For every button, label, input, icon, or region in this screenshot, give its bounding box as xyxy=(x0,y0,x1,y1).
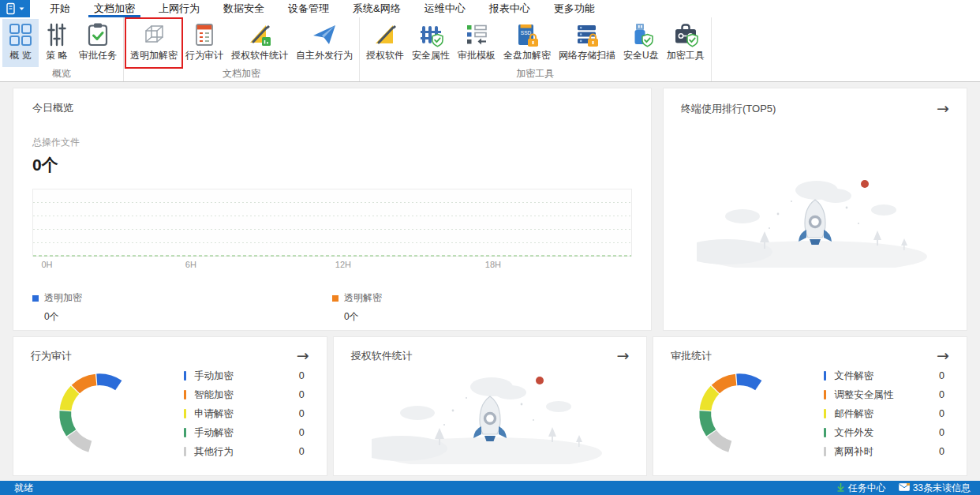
ribbon-button-authorized-software[interactable]: 授权软件 xyxy=(362,19,408,67)
ribbon-button-label: 授权软件 xyxy=(366,50,404,62)
arrow-right-icon[interactable]: → xyxy=(937,348,949,363)
legend-marker xyxy=(184,447,186,456)
legend-marker xyxy=(184,428,186,437)
ribbon-button-label: 审批模板 xyxy=(458,50,496,62)
legend-marker xyxy=(824,428,826,437)
legend-label: 智能加密 xyxy=(194,388,299,402)
ribbon-button-label: 行为审计 xyxy=(185,50,223,62)
app-menu-button[interactable] xyxy=(0,0,30,17)
legend-row: 手动解密0 xyxy=(184,426,305,440)
svg-text:SSD: SSD xyxy=(521,30,532,36)
approval-template-icon xyxy=(464,22,489,47)
ribbon-button-label: 安全U盘 xyxy=(623,50,659,62)
card-title: 审批统计 xyxy=(671,349,712,363)
x-tick-label: 0H xyxy=(41,260,52,269)
app-menu-icon xyxy=(6,2,17,15)
legend-value: 0个 xyxy=(44,310,332,324)
ribbon-button-label: 审批任务 xyxy=(79,50,117,62)
ribbon-button-label: 安全属性 xyxy=(412,50,450,62)
legend-label: 文件外发 xyxy=(834,426,939,440)
menu-tab-7[interactable]: 报表中心 xyxy=(477,0,542,17)
legend-value: 0 xyxy=(299,370,305,381)
arrow-right-icon[interactable]: → xyxy=(937,101,949,116)
ribbon-button-approval-template[interactable]: 审批模板 xyxy=(454,19,499,67)
arrow-right-icon[interactable]: → xyxy=(616,348,629,363)
task-center-button[interactable]: 任务中心 xyxy=(836,482,886,495)
chevron-down-icon xyxy=(19,6,24,11)
ribbon-groups: 概 览策 略审批任务概览透明加解密行为审计授权软件统计自主外发行为文档加密授权软… xyxy=(0,17,712,81)
ribbon-group-label: 文档加密 xyxy=(124,67,359,81)
dashboard-row-1: 今日概览 总操作文件 0个 0H6H12H18H xyxy=(13,88,967,331)
legend-label: 离网补时 xyxy=(834,445,939,459)
line-chart-plot xyxy=(32,189,632,257)
ribbon-button-label: 加密工具 xyxy=(667,50,705,62)
menu-tab-8[interactable]: 更多功能 xyxy=(542,0,607,17)
ribbon-group-0: 概 览策 略审批任务概览 xyxy=(0,17,124,81)
menu-tab-1[interactable]: 文档加密 xyxy=(82,0,147,17)
ribbon-button-authorized-software-stats[interactable]: 授权软件统计 xyxy=(227,19,292,67)
x-axis-ticks: 0H6H12H18H xyxy=(32,260,632,272)
legend-value: 0 xyxy=(939,408,944,419)
ribbon-button-label: 透明加解密 xyxy=(130,50,178,62)
legend-marker xyxy=(184,409,186,418)
legend-marker xyxy=(32,295,39,302)
legend-value: 0 xyxy=(939,427,944,438)
approval-stats-legend: 文件解密0调整安全属性0邮件解密0文件外发0离网补时0 xyxy=(824,369,944,459)
today-overview-card: 今日概览 总操作文件 0个 0H6H12H18H xyxy=(13,88,652,331)
unread-messages-button[interactable]: 33条未读信息 xyxy=(899,482,971,495)
legend-row: 手动加密0 xyxy=(184,369,305,383)
menu-tabs: 开始文档加密上网行为数据安全设备管理系统&网络运维中心报表中心更多功能 xyxy=(38,0,607,17)
metric-value: 0个 xyxy=(32,154,632,176)
ribbon-button-security-attribute[interactable]: 安全属性 xyxy=(408,19,454,67)
menu-tab-0[interactable]: 开始 xyxy=(38,0,82,17)
ribbon-button-secure-usb[interactable]: 安全U盘 xyxy=(619,19,663,67)
x-tick-label: 18H xyxy=(485,260,501,269)
ribbon-button-fulldisk-crypt[interactable]: SSD全盘加解密 xyxy=(499,19,555,67)
empty-state-illustration xyxy=(681,116,949,317)
ribbon-button-overview-grid[interactable]: 概 览 xyxy=(2,19,39,67)
menu-bar: 开始文档加密上网行为数据安全设备管理系统&网络运维中心报表中心更多功能 xyxy=(0,0,980,17)
ribbon-button-transparent-crypt-cube[interactable]: 透明加解密 xyxy=(126,19,181,67)
ribbon-button-outgoing-behavior[interactable]: 自主外发行为 xyxy=(292,19,357,67)
arrow-right-icon[interactable]: → xyxy=(297,348,309,363)
ribbon-button-label: 网络存储扫描 xyxy=(559,50,615,62)
crypt-tools-icon xyxy=(673,22,698,47)
dashboard: 今日概览 总操作文件 0个 0H6H12H18H xyxy=(0,82,980,481)
ribbon-button-policy-sliders[interactable]: 策 略 xyxy=(39,19,75,67)
x-tick-label: 12H xyxy=(335,260,351,269)
ribbon-button-label: 策 略 xyxy=(46,50,67,62)
ribbon-button-label: 自主外发行为 xyxy=(296,50,353,62)
ribbon-button-behavior-audit[interactable]: 行为审计 xyxy=(181,19,227,67)
ribbon-button-crypt-tools[interactable]: 加密工具 xyxy=(663,19,709,67)
ribbon-button-approval-task[interactable]: 审批任务 xyxy=(75,19,121,67)
today-legend: 透明加密0个透明解密0个 xyxy=(32,291,632,324)
legend-label: 调整安全属性 xyxy=(834,388,939,402)
legend-label: 手动解密 xyxy=(194,426,299,440)
network-storage-scan-icon xyxy=(574,22,600,47)
empty-state-illustration xyxy=(351,363,630,464)
legend-value: 0 xyxy=(939,370,944,381)
legend-marker xyxy=(332,295,339,302)
overview-grid-icon xyxy=(8,22,33,47)
legend-row: 文件解密0 xyxy=(824,369,944,383)
card-title: 行为审计 xyxy=(31,349,72,363)
ribbon-button-network-storage-scan[interactable]: 网络存储扫描 xyxy=(555,19,619,67)
secure-usb-icon xyxy=(628,22,653,47)
status-ready-label: 就绪 xyxy=(14,482,33,495)
legend-value: 0 xyxy=(299,446,305,457)
menu-tab-4[interactable]: 设备管理 xyxy=(276,0,341,17)
legend-item: 透明解密0个 xyxy=(332,291,632,324)
software-stats-card: 授权软件统计 → xyxy=(333,336,648,476)
legend-item: 透明加密0个 xyxy=(32,291,332,324)
legend-row: 调整安全属性0 xyxy=(824,388,944,402)
menu-tab-3[interactable]: 数据安全 xyxy=(211,0,276,17)
legend-marker xyxy=(824,390,826,399)
ribbon-group-label: 概览 xyxy=(0,67,123,81)
legend-row: 申请解密0 xyxy=(184,407,305,421)
status-bar: 就绪 任务中心 33条未读信息 xyxy=(0,481,980,495)
download-arrow-icon xyxy=(836,482,845,494)
legend-row: 智能加密0 xyxy=(184,388,305,402)
menu-tab-2[interactable]: 上网行为 xyxy=(147,0,211,17)
menu-tab-5[interactable]: 系统&网络 xyxy=(341,0,413,17)
menu-tab-6[interactable]: 运维中心 xyxy=(413,0,477,17)
